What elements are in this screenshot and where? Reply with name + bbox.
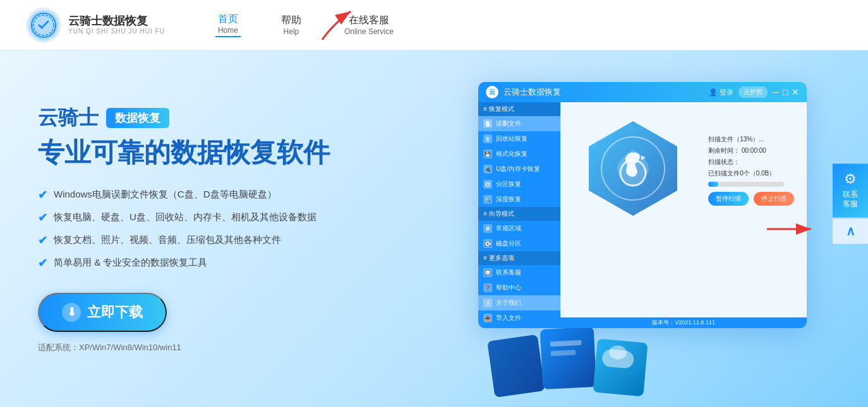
hex-logo <box>579 115 687 222</box>
check-icon-1: ✔ <box>38 188 47 202</box>
logo-text: 云骑士数据恢复 YUN QI SHI SHU JU HUI FU <box>68 15 165 36</box>
sidebar-item-format[interactable]: 💾 格式化恢复 <box>478 146 560 162</box>
check-icon-2: ✔ <box>38 211 47 225</box>
close-btn[interactable]: ✕ <box>792 87 799 97</box>
format-icon: 💾 <box>483 150 492 158</box>
sidebar-item-deep[interactable]: 🔍 深度恢复 <box>478 192 560 207</box>
hero-title-row: 云骑士 数据恢复 <box>38 104 415 132</box>
top-icon: ∧ <box>846 223 855 239</box>
hero-subtitle: 专业可靠的数据恢复软件 <box>38 137 415 168</box>
feature-1: ✔ Windows电脑误删文件恢复（C盘、D盘等电脑硬盘） <box>38 188 415 202</box>
feature-4: ✔ 简单易用 & 专业安全的数据恢复工具 <box>38 256 415 270</box>
check-icon-4: ✔ <box>38 256 47 270</box>
float-buttons: ⚙ 联系 客服 ∧ <box>833 163 868 244</box>
vip-btn[interactable]: 云护照 <box>738 86 768 98</box>
header: 云骑士数据恢复 YUN QI SHI SHU JU HUI FU 首页 Home… <box>0 0 868 50</box>
app-title-left: 云 云骑士数据恢复 <box>486 86 561 98</box>
hero-badge: 数据恢复 <box>106 108 169 128</box>
win-btns: ─ □ ✕ <box>773 87 799 97</box>
feature-text-2: 恢复电脑、硬盘、U盘、回收站、内存卡、相机及其他设备数据 <box>54 211 316 223</box>
download-icon: ⬇ <box>62 303 81 322</box>
hero-right: 云 云骑士数据恢复 👤 登录 云护照 ─ □ ✕ ≡ 恢复模式 <box>453 50 868 407</box>
logo-cn: 云骑士数据恢复 <box>68 15 165 28</box>
service-float-label: 联系 客服 <box>843 190 858 209</box>
feature-text-3: 恢复文档、照片、视频、音频、压缩包及其他各种文件 <box>54 234 281 246</box>
scan-status: 扫描状态： <box>708 156 794 168</box>
app-window: 云 云骑士数据恢复 👤 登录 云护照 ─ □ ✕ ≡ 恢复模式 <box>478 82 807 328</box>
app-title-text: 云骑士数据恢复 <box>503 86 561 98</box>
scan-text: 扫描文件（13%）... <box>708 134 794 145</box>
sidebar-item-about[interactable]: ℹ 关于我们 <box>478 295 560 310</box>
stop-scan-btn[interactable]: 停止扫描 <box>754 192 794 206</box>
scan-info-panel: 扫描文件（13%）... 剩余时间： 00:00:00 扫描状态： 已扫描文件0… <box>708 134 794 206</box>
sidebar-section-more: ≡ 更多选项 <box>478 251 560 265</box>
pause-scan-btn[interactable]: 暂停扫描 <box>708 192 749 206</box>
app-body: ≡ 恢复模式 📄 误删文件 🗑 回收站恢复 💾 格式化恢复 🔌 <box>478 102 807 328</box>
logo-area: 云骑士数据恢复 YUN QI SHI SHU JU HUI FU <box>25 7 165 44</box>
nav-home[interactable]: 首页 Home <box>215 13 241 37</box>
sidebar-item-contact[interactable]: 💬 联系客服 <box>478 265 560 280</box>
import-icon: 📥 <box>483 314 492 322</box>
app-titlebar: 云 云骑士数据恢复 👤 登录 云护照 ─ □ ✕ <box>478 82 807 102</box>
progress-fill <box>708 182 718 187</box>
scan-status-val: 已扫描文件0个（0.0B） <box>708 168 794 179</box>
login-btn-text[interactable]: 👤 登录 <box>709 88 733 97</box>
download-button[interactable]: ⬇ 立即下载 <box>38 293 167 332</box>
features-list: ✔ Windows电脑误删文件恢复（C盘、D盘等电脑硬盘） ✔ 恢复电脑、硬盘、… <box>38 188 415 270</box>
sidebar-item-import[interactable]: 📥 导入文件 <box>478 310 560 326</box>
deleted-icon: 📄 <box>483 119 492 128</box>
scan-buttons: 暂停扫描 停止扫描 <box>708 192 794 206</box>
brand-name: 云骑士 <box>38 104 99 132</box>
minimize-btn[interactable]: ─ <box>773 87 779 97</box>
partition-icon: 💿 <box>483 180 492 189</box>
app-sidebar: ≡ 恢复模式 📄 误删文件 🗑 回收站恢复 💾 格式化恢复 🔌 <box>478 102 560 328</box>
help-icon: ❓ <box>483 283 492 292</box>
sidebar-item-disk[interactable]: 💽 磁盘分区 <box>478 236 560 251</box>
sidebar-item-partition[interactable]: 💿 分区恢复 <box>478 177 560 192</box>
sidebar-section-recover: ≡ 恢复模式 <box>478 102 560 116</box>
side-arrow <box>761 210 824 248</box>
progress-bar <box>708 182 784 187</box>
nav-arrow <box>310 5 360 43</box>
normal-icon: 🖥 <box>483 224 492 233</box>
nav-help-cn: 帮助 <box>281 14 301 27</box>
app-logo-small: 云 <box>486 86 498 98</box>
contact-icon: 💬 <box>483 268 492 277</box>
sidebar-item-usb[interactable]: 🔌 U盘/内存卡恢复 <box>478 162 560 177</box>
deep-icon: 🔍 <box>483 195 492 204</box>
usb-icon: 🔌 <box>483 165 492 174</box>
nav-help-en: Help <box>284 27 299 36</box>
feature-2: ✔ 恢复电脑、硬盘、U盘、回收站、内存卡、相机及其他设备数据 <box>38 211 415 225</box>
maximize-btn[interactable]: □ <box>783 87 788 97</box>
about-icon: ℹ <box>483 298 492 307</box>
contact-service-btn[interactable]: ⚙ 联系 客服 <box>833 163 868 217</box>
compat-text: 适配系统：XP/Win7/Win8/Win10/win11 <box>38 342 415 353</box>
recycle-icon: 🗑 <box>483 134 492 143</box>
disk-icon: 💽 <box>483 239 492 248</box>
app-title-right: 👤 登录 云护照 ─ □ ✕ <box>709 86 799 98</box>
nav-home-en: Home <box>218 26 238 35</box>
sidebar-item-deleted[interactable]: 📄 误删文件 <box>478 116 560 131</box>
hero-left: 云骑士 数据恢复 专业可靠的数据恢复软件 ✔ Windows电脑误删文件恢复（C… <box>0 50 453 407</box>
sidebar-item-help[interactable]: ❓ 帮助中心 <box>478 280 560 295</box>
feature-3: ✔ 恢复文档、照片、视频、音频、压缩包及其他各种文件 <box>38 233 415 247</box>
scan-time: 剩余时间： 00:00:00 <box>708 145 794 156</box>
feature-text-4: 简单易用 & 专业安全的数据恢复工具 <box>54 257 207 269</box>
app-version: 版本号：V2021.11.6.111 <box>560 317 807 328</box>
sidebar-item-recycle[interactable]: 🗑 回收站恢复 <box>478 131 560 146</box>
logo-icon <box>25 7 62 44</box>
feature-text-1: Windows电脑误删文件恢复（C盘、D盘等电脑硬盘） <box>54 189 277 201</box>
sidebar-section-wizard: ≡ 向导模式 <box>478 207 560 221</box>
sidebar-item-normal[interactable]: 🖥 常规区域 <box>478 221 560 236</box>
main-nav: 首页 Home 帮助 Help 在线客服 Online Service <box>215 13 396 37</box>
hero-section: 云骑士 数据恢复 专业可靠的数据恢复软件 ✔ Windows电脑误删文件恢复（C… <box>0 50 868 407</box>
nav-help[interactable]: 帮助 Help <box>279 14 304 36</box>
scroll-top-btn[interactable]: ∧ <box>833 218 868 244</box>
logo-en: YUN QI SHI SHU JU HUI FU <box>68 28 165 35</box>
check-icon-3: ✔ <box>38 233 47 247</box>
service-float-icon: ⚙ <box>844 171 857 187</box>
nav-home-cn: 首页 <box>218 13 238 26</box>
download-btn-label: 立即下载 <box>87 303 143 322</box>
